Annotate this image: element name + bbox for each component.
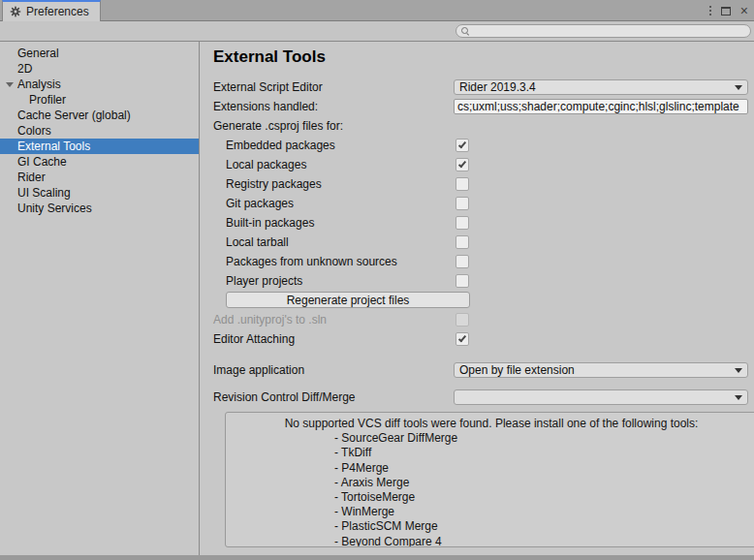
option-row: Add .unityproj's to .sln: [213, 310, 754, 329]
image-application-row: Image application Open by file extension: [213, 360, 754, 380]
csproj-option-row: Packages from unknown sources: [213, 252, 754, 271]
sidebar-item-label: Colors: [17, 124, 51, 138]
dropdown-arrow-icon: [735, 368, 742, 373]
close-icon[interactable]: ×: [740, 4, 748, 17]
sidebar-item[interactable]: Profiler: [0, 92, 199, 108]
sidebar-item[interactable]: Cache Server (global): [0, 108, 199, 123]
checkbox[interactable]: [456, 274, 469, 288]
regenerate-row: Regenerate project files: [213, 292, 754, 309]
checkbox-label: Built-in packages: [213, 216, 454, 230]
toolbar: [0, 21, 754, 42]
generate-csproj-row: Generate .csproj files for:: [213, 116, 754, 136]
image-application-label: Image application: [213, 363, 454, 377]
external-script-editor-value: Rider 2019.3.4: [459, 80, 536, 94]
checkmark-icon: [458, 160, 466, 169]
maximize-icon[interactable]: [721, 7, 731, 16]
kebab-menu-icon[interactable]: [709, 6, 711, 16]
csproj-option-row: Built-in packages: [213, 213, 754, 233]
external-script-editor-dropdown[interactable]: Rider 2019.3.4: [454, 79, 748, 95]
sidebar-item-label: Analysis: [17, 78, 61, 91]
extensions-handled-label: Extensions handled:: [213, 100, 454, 113]
csproj-option-row: Embedded packages: [213, 136, 754, 155]
dropdown-arrow-icon: [735, 395, 742, 400]
vcs-tool-item: - TortoiseMerge: [334, 490, 754, 505]
option-row: Editor Attaching: [213, 329, 754, 349]
checkbox-label: Local packages: [213, 158, 454, 171]
csproj-option-row: Git packages: [213, 194, 754, 213]
checkbox-label: Packages from unknown sources: [213, 255, 454, 268]
sidebar-item-label: General: [17, 47, 59, 60]
sidebar-item[interactable]: General: [0, 46, 199, 61]
search-box[interactable]: [456, 24, 751, 38]
sidebar-item[interactable]: UI Scaling: [0, 185, 199, 201]
sidebar-item-label: Profiler: [29, 93, 66, 107]
sidebar-item[interactable]: Analysis: [0, 77, 199, 92]
checkbox-label: Editor Attaching: [213, 332, 454, 346]
sidebar-item-label: GI Cache: [17, 155, 67, 169]
generate-csproj-label: Generate .csproj files for:: [213, 119, 454, 133]
window-bottom-edge: [0, 555, 754, 560]
image-application-value: Open by file extension: [459, 363, 575, 377]
sidebar-item-label: Cache Server (global): [17, 109, 131, 122]
vcs-tools-list: - SourceGear DiffMerge- TkDiff- P4Merge-…: [334, 431, 754, 547]
checkmark-icon: [458, 140, 466, 149]
checkbox-label: Local tarball: [213, 235, 454, 249]
checkbox-label: Git packages: [213, 197, 454, 210]
sidebar-item-label: UI Scaling: [17, 186, 71, 200]
sidebar-item[interactable]: External Tools: [0, 139, 199, 154]
checkbox[interactable]: [456, 255, 469, 268]
external-script-editor-row: External Script Editor Rider 2019.3.4: [213, 78, 754, 97]
checkbox[interactable]: [456, 332, 469, 346]
checkbox[interactable]: [456, 235, 469, 249]
sidebar-item[interactable]: Colors: [0, 123, 199, 139]
vcs-notice-intro: No supported VCS diff tools were found. …: [226, 417, 754, 431]
csproj-option-row: Local packages: [213, 155, 754, 174]
misc-options-list: Add .unityproj's to .sln Editor Attachin…: [213, 310, 754, 349]
checkbox[interactable]: [456, 177, 469, 191]
checkbox[interactable]: [456, 216, 469, 230]
checkbox-label: Embedded packages: [213, 139, 454, 152]
checkbox-label: Registry packages: [213, 177, 454, 191]
vcs-tool-item: - Araxis Merge: [334, 476, 754, 490]
search-icon: [461, 27, 470, 36]
sidebar-item[interactable]: Unity Services: [0, 201, 199, 216]
dropdown-arrow-icon: [735, 85, 742, 90]
checkbox-label: Add .unityproj's to .sln: [213, 313, 454, 327]
tab-preferences[interactable]: Preferences: [2, 0, 101, 21]
vcs-tool-item: - SourceGear DiffMerge: [334, 431, 754, 446]
body: General 2D Analysis Profiler Cache Serve…: [0, 42, 754, 555]
checkbox[interactable]: [456, 197, 469, 210]
revision-control-row: Revision Control Diff/Merge: [213, 388, 754, 407]
revision-control-dropdown[interactable]: [454, 389, 748, 405]
checkbox[interactable]: [456, 313, 469, 327]
sidebar-item[interactable]: GI Cache: [0, 154, 199, 170]
sidebar-item-label: 2D: [17, 62, 32, 76]
extensions-handled-row: Extensions handled:: [213, 97, 754, 116]
csproj-option-row: Player projects: [213, 271, 754, 291]
vcs-tool-item: - Beyond Compare 4: [334, 535, 754, 547]
vcs-notice-box: No supported VCS diff tools were found. …: [225, 412, 754, 547]
gear-icon: [10, 6, 21, 17]
image-application-dropdown[interactable]: Open by file extension: [454, 362, 748, 378]
foldout-caret-icon[interactable]: [6, 82, 14, 87]
sidebar-item-label: Unity Services: [17, 202, 92, 215]
extensions-handled-input[interactable]: [454, 99, 748, 114]
vcs-tool-item: - WinMerge: [334, 505, 754, 519]
csproj-options-list: Embedded packages Local packages Registr…: [213, 136, 754, 291]
sidebar-item-label: External Tools: [17, 140, 90, 153]
checkbox[interactable]: [456, 158, 469, 171]
page-title: External Tools: [213, 47, 754, 67]
preferences-window: Preferences × General 2D: [0, 0, 754, 560]
sidebar: General 2D Analysis Profiler Cache Serve…: [0, 42, 199, 555]
csproj-option-row: Local tarball: [213, 233, 754, 252]
checkbox[interactable]: [456, 139, 469, 152]
window-controls: ×: [709, 0, 754, 21]
vcs-tool-item: - PlasticSCM Merge: [334, 519, 754, 534]
checkbox-label: Player projects: [213, 274, 454, 288]
csproj-option-row: Registry packages: [213, 174, 754, 194]
sidebar-item[interactable]: Rider: [0, 170, 199, 185]
checkmark-icon: [458, 334, 466, 343]
sidebar-item[interactable]: 2D: [0, 61, 199, 77]
regenerate-project-files-button[interactable]: Regenerate project files: [226, 292, 470, 308]
search-input[interactable]: [470, 25, 750, 37]
